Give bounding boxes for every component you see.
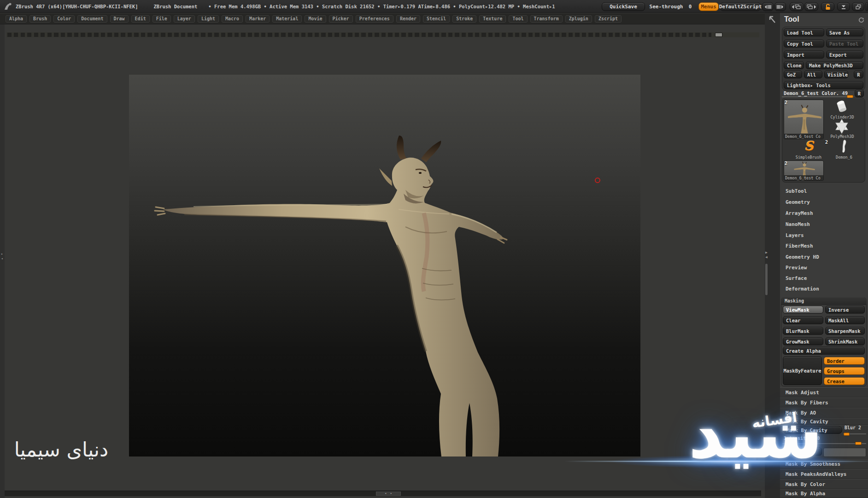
section-mask-peaksandvalleys[interactable]: Mask PeaksAndValleys <box>780 469 868 479</box>
cavity-profile-field[interactable] <box>823 448 866 457</box>
active-tool-thumbnail[interactable]: Demon_6_test Co <box>784 100 824 139</box>
bottom-scroll-thumb[interactable]: ◂▸ <box>376 492 401 496</box>
current-tool-label[interactable]: Demon_6_test Color. 49 <box>784 90 848 96</box>
palette-scroll-left-icon[interactable] <box>762 2 774 11</box>
menu-item-movie[interactable]: Movie <box>305 15 326 23</box>
dock-left-icon[interactable] <box>790 2 803 11</box>
menus-button[interactable]: Menus <box>698 2 719 11</box>
all-button[interactable]: All <box>804 71 822 78</box>
menu-item-render[interactable]: Render <box>396 15 420 23</box>
see-through-button[interactable]: See-through <box>649 2 684 11</box>
border-button[interactable]: Border <box>824 357 865 365</box>
section-mask-by-color[interactable]: Mask By Color <box>780 479 868 489</box>
current-tool-slider-track[interactable] <box>782 96 854 97</box>
canvas-top-scrollbar[interactable] <box>6 32 759 37</box>
create-alpha-button[interactable]: Create Alpha <box>783 347 865 355</box>
paste-tool-button[interactable]: Paste Tool <box>826 40 863 47</box>
panel-divider-toggle[interactable]: ▶◀ <box>764 250 768 260</box>
import-button[interactable]: Import <box>784 51 824 59</box>
menu-item-file[interactable]: File <box>152 15 171 23</box>
sharpenmask-button[interactable]: SharpenMask <box>825 327 865 335</box>
menu-item-marker[interactable]: Marker <box>246 15 270 23</box>
menu-item-document[interactable]: Document <box>77 15 107 23</box>
masking-header[interactable]: Masking <box>781 297 867 305</box>
section-geometry[interactable]: Geometry <box>780 196 868 208</box>
section-geometry-hd[interactable]: Geometry HD <box>780 251 868 262</box>
menu-item-edit[interactable]: Edit <box>131 15 150 23</box>
maskbyfeature-button[interactable]: MaskByFeature <box>783 356 822 385</box>
section-mask-adjust[interactable]: Mask Adjust <box>780 387 868 397</box>
left-tray-toggle[interactable]: ▸◂ <box>0 252 4 261</box>
menu-item-zscript[interactable]: Zscript <box>595 15 622 23</box>
document-viewport[interactable] <box>129 75 640 456</box>
cylinder3d-icon[interactable] <box>832 98 851 115</box>
polymesh3d-icon[interactable] <box>833 119 850 134</box>
menu-item-texture[interactable]: Texture <box>479 15 506 23</box>
section-preview[interactable]: Preview <box>780 262 868 273</box>
make-polymesh3d-button[interactable]: Make PolyMesh3D <box>806 61 863 69</box>
export-button[interactable]: Export <box>826 51 863 59</box>
panel-cycle-icon[interactable] <box>858 17 865 24</box>
inverse-button[interactable]: Inverse <box>825 306 865 314</box>
growmask-button[interactable]: GrowMask <box>783 338 823 345</box>
section-mask-by-alpha[interactable]: Mask By Alpha <box>780 489 868 498</box>
viewmask-button[interactable]: ViewMask <box>783 306 823 314</box>
collapse-window-icon[interactable] <box>837 2 850 11</box>
goz-button[interactable]: GoZ <box>784 71 802 78</box>
section-arraymesh[interactable]: ArrayMesh <box>780 208 868 219</box>
menu-item-transform[interactable]: Transform <box>530 15 563 23</box>
scrollbar-thumb[interactable] <box>715 33 722 37</box>
menu-item-material[interactable]: Material <box>272 15 302 23</box>
goz-r-button[interactable]: R <box>854 71 863 78</box>
quicksave-button[interactable]: QuickSave <box>602 2 645 11</box>
crease-button[interactable]: Crease <box>824 377 865 385</box>
menu-item-zplugin[interactable]: Zplugin <box>565 15 592 23</box>
section-layers[interactable]: Layers <box>780 230 868 241</box>
section-mask-by-ao[interactable]: Mask By AO <box>780 408 868 418</box>
current-tool-r-button[interactable]: R <box>855 89 864 97</box>
cavity-extra-button[interactable] <box>783 448 822 456</box>
menu-item-preferences[interactable]: Preferences <box>356 15 393 23</box>
menu-item-light[interactable]: Light <box>198 15 219 23</box>
shrinkmask-button[interactable]: ShrinkMask <box>825 338 865 345</box>
menu-item-color[interactable]: Color <box>53 15 75 23</box>
section-deformation[interactable]: Deformation <box>780 283 868 294</box>
menu-item-stroke[interactable]: Stroke <box>452 15 476 23</box>
panel-back-arrow-icon[interactable] <box>768 15 777 24</box>
menu-item-brush[interactable]: Brush <box>29 15 51 23</box>
clone-button[interactable]: Clone <box>784 61 804 69</box>
see-through-value[interactable]: 0 <box>686 2 694 11</box>
menu-item-draw[interactable]: Draw <box>110 15 129 23</box>
section-subtool[interactable]: SubTool <box>780 185 868 196</box>
menu-item-stencil[interactable]: Stencil <box>423 15 450 23</box>
intensity-slider-track[interactable] <box>782 443 866 444</box>
copy-tool-button[interactable]: Copy Tool <box>784 40 824 47</box>
panel-scroll-thumb[interactable] <box>765 264 768 295</box>
section-surface[interactable]: Surface <box>780 273 868 284</box>
section-mask-by-cavity[interactable]: Mask By Cavity <box>780 418 868 425</box>
menu-item-picker[interactable]: Picker <box>329 15 353 23</box>
blurmask-button[interactable]: BlurMask <box>783 327 823 335</box>
section-mask-by-fibers[interactable]: Mask By Fibers <box>780 397 868 408</box>
clear-button[interactable]: Clear <box>783 316 823 324</box>
menu-item-alpha[interactable]: Alpha <box>6 15 27 23</box>
simplebrush-icon[interactable]: S <box>801 139 817 154</box>
lock-icon[interactable] <box>821 2 834 11</box>
lightbox-tools-button[interactable]: Lightbox▸ Tools <box>784 81 863 89</box>
section-nanomesh[interactable]: NanoMesh <box>780 219 868 230</box>
default-zscript-button[interactable]: DefaultZScript <box>720 2 761 11</box>
groups-button[interactable]: Groups <box>824 367 865 375</box>
maskall-button[interactable]: MaskAll <box>825 316 865 324</box>
save-as-button[interactable]: Save As <box>826 29 863 36</box>
palette-scroll-right-icon[interactable] <box>774 2 786 11</box>
section-fibermesh[interactable]: FiberMesh <box>780 240 868 251</box>
visible-button[interactable]: Visible <box>824 71 848 78</box>
menu-item-macro[interactable]: Macro <box>222 15 243 23</box>
intensity-slider-thumb[interactable] <box>855 442 862 445</box>
restore-window-icon[interactable] <box>852 2 864 11</box>
edge-button[interactable] <box>866 2 868 11</box>
dock-right-icon[interactable] <box>804 2 818 11</box>
mask-by-cavity-button[interactable]: Mask By Cavity <box>783 426 842 434</box>
blur-slider-thumb[interactable] <box>844 433 850 436</box>
canvas-bottom-scrollbar[interactable]: ◂▸ <box>5 491 761 496</box>
